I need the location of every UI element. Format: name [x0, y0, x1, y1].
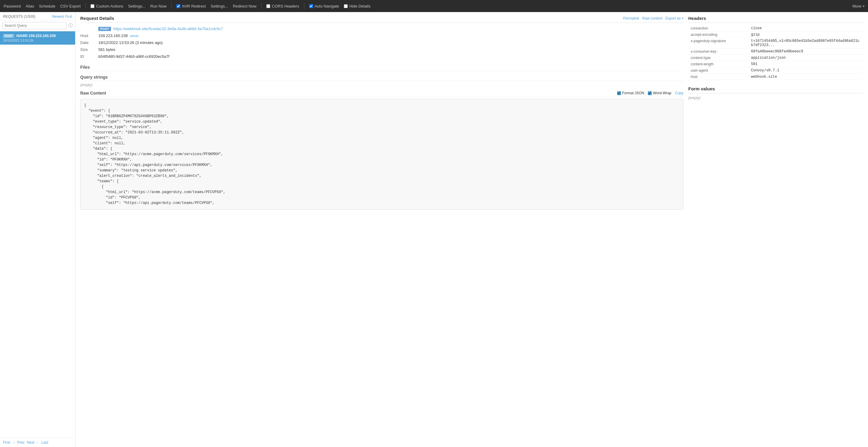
export-button[interactable]: Export as ▾ [665, 16, 683, 21]
url-label [80, 25, 98, 32]
sidebar-item-top: POST #b54f0 159.223.160.239 [3, 34, 72, 38]
request-details-header: Request Details Permalink Raw content Ex… [80, 16, 683, 23]
request-url-link[interactable]: https://webhook.site/5cedac32-3e9a-4a3b-… [114, 27, 223, 31]
toolbar-settings-1[interactable]: Settings... [128, 4, 146, 8]
toolbar-divider-1 [85, 3, 86, 9]
header-value: application/json [749, 55, 863, 61]
request-panel: Request Details Permalink Raw content Ex… [75, 12, 868, 447]
permalink-link[interactable]: Permalink [623, 16, 639, 21]
whois-link[interactable]: whois [130, 34, 138, 38]
host-label: Host [80, 32, 98, 39]
toolbar-divider-2 [171, 3, 172, 9]
toolbar-divider-4 [304, 3, 304, 9]
sidebar-search-container: ⓘ [0, 20, 75, 31]
custom-actions-checkbox[interactable] [91, 4, 94, 8]
word-wrap-label-group: Word-Wrap [648, 91, 671, 95]
date-label: Date [80, 39, 98, 46]
cors-headers-checkbox[interactable] [266, 4, 270, 8]
sidebar-header: REQUESTS (1/500) Newest First [0, 12, 75, 20]
table-row: Host 159.223.160.239 whois [80, 32, 683, 39]
more-button[interactable]: More ▾ [852, 4, 864, 8]
header-value: gzip [749, 32, 863, 38]
more-dropdown-icon: ▾ [863, 4, 864, 8]
first-button[interactable]: First [3, 440, 10, 445]
header-value: t=1671454405,v1=05c865e41b5e2ad8987e65f4… [749, 38, 863, 48]
sidebar: REQUESTS (1/500) Newest First ⓘ POST #b5… [0, 12, 75, 447]
hide-details-checkbox[interactable] [344, 4, 348, 8]
header-key: content-type [688, 55, 749, 61]
header-value: Convoy/v0.7.1 [749, 67, 863, 74]
export-label: Export as [665, 16, 681, 21]
main-layout: REQUESTS (1/500) Newest First ⓘ POST #b5… [0, 12, 868, 447]
more-label: More [852, 4, 861, 8]
toolbar-csv-export[interactable]: CSV Export [60, 4, 81, 8]
xhr-redirect-group: XHR Redirect [177, 4, 206, 8]
request-details-title: Request Details [80, 16, 114, 21]
query-strings-title: Query strings [80, 75, 683, 81]
raw-content-link[interactable]: Raw content [642, 16, 662, 21]
raw-content-header: Raw Content Format JSON Word-Wrap Copy [80, 91, 683, 97]
header-value: 68fa40beeec968fa40beeec9 [749, 48, 863, 55]
toolbar-run-now[interactable]: Run Now [151, 4, 166, 8]
files-title: Files [80, 65, 683, 71]
post-badge: POST [98, 27, 111, 31]
table-row: connection close [688, 25, 863, 32]
headers-title: Headers [688, 16, 706, 21]
toolbar-settings-2[interactable]: Settings... [211, 4, 228, 8]
sidebar-list: POST #b54f0 159.223.160.239 19/12/2022 1… [0, 31, 75, 438]
toolbar-schedule[interactable]: Schedule [39, 4, 55, 8]
auto-navigate-label[interactable]: Auto Navigate [315, 4, 339, 8]
hide-details-label[interactable]: Hide Details [349, 4, 370, 8]
raw-content-box: { "event": { "id": "01BRB6ZP4M6T8ZG4X6BP… [80, 99, 683, 210]
header-value: webhook.site [749, 74, 863, 80]
format-json-label-group: Format JSON [617, 91, 644, 95]
table-row: content-length 581 [688, 61, 863, 67]
format-json-checkbox[interactable] [617, 91, 621, 95]
headers-section-header: Headers [688, 16, 863, 23]
header-key: user-agent [688, 67, 749, 74]
xhr-redirect-checkbox[interactable] [177, 4, 180, 8]
last-button[interactable]: Last [41, 440, 48, 445]
header-key: host [688, 74, 749, 80]
host-value: 159.223.160.239 whois [98, 32, 683, 39]
url-value: POST https://webhook.site/5cedac32-3e9a-… [98, 25, 683, 32]
toolbar-redirect-now[interactable]: Redirect Now [233, 4, 256, 8]
prev-button[interactable]: ← Prev [12, 440, 25, 445]
details-table: POST https://webhook.site/5cedac32-3e9a-… [80, 25, 683, 60]
toolbar-password[interactable]: Password [4, 4, 21, 8]
format-json-label: Format JSON [622, 91, 644, 95]
host-ip: 159.223.160.239 [98, 33, 128, 38]
hide-details-group: Hide Details [344, 4, 370, 8]
table-row: x-consumer-key 68fa40beeec968fa40beeec9 [688, 48, 863, 55]
toolbar-alias[interactable]: Alias [26, 4, 34, 8]
copy-button[interactable]: Copy [675, 91, 683, 95]
table-row: content-type application/json [688, 55, 863, 61]
header-key: x-consumer-key [688, 48, 749, 55]
sidebar-item-id: #b54f0 159.223.160.239 [16, 34, 56, 38]
word-wrap-label: Word-Wrap [653, 91, 671, 95]
cors-headers-group: CORS Headers [266, 4, 299, 8]
custom-actions-label[interactable]: Custom Actions [96, 4, 123, 8]
form-values-section: Form values (empty) [688, 86, 863, 100]
xhr-redirect-label[interactable]: XHR Redirect [182, 4, 206, 8]
id-label: ID [80, 53, 98, 60]
search-help-icon[interactable]: ⓘ [68, 23, 73, 28]
right-panel: Headers connection close accept-encoding… [688, 16, 863, 443]
size-label: Size [80, 46, 98, 53]
search-input[interactable] [2, 22, 67, 29]
next-button[interactable]: Next → [27, 440, 39, 445]
auto-navigate-checkbox[interactable] [309, 4, 313, 8]
requests-count: REQUESTS (1/500) [3, 14, 35, 19]
list-item[interactable]: POST #b54f0 159.223.160.239 19/12/2022 1… [0, 31, 75, 45]
header-value: 581 [749, 61, 863, 67]
table-row: accept-encoding gzip [688, 32, 863, 38]
cors-headers-label[interactable]: CORS Headers [272, 4, 299, 8]
sort-order[interactable]: Newest First [52, 14, 72, 19]
table-row: user-agent Convoy/v0.7.1 [688, 67, 863, 74]
form-values-title: Form values [688, 86, 715, 91]
word-wrap-checkbox[interactable] [648, 91, 652, 95]
table-row: ID b54f0480-9d37-44b5-a96f-cc6920ec5a7f [80, 53, 683, 60]
left-panel: Request Details Permalink Raw content Ex… [80, 16, 683, 443]
method-badge: POST [3, 34, 14, 38]
export-dropdown-icon: ▾ [682, 16, 683, 20]
